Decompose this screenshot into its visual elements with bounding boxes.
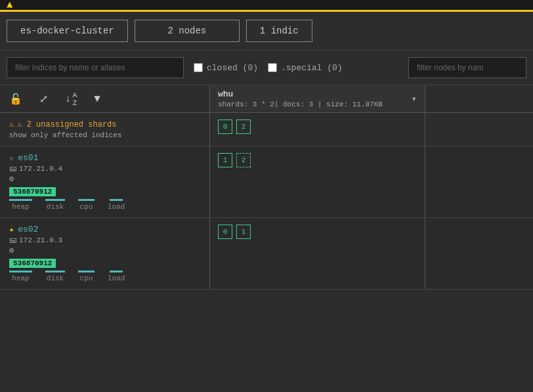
closed-checkbox[interactable] — [194, 63, 203, 72]
nodes-count: 2 nodes — [167, 26, 206, 36]
column-headers: 🔓 ⤢ ↓ AZ ▼ whu shards: 3 * 2| docs: 3 | … — [0, 85, 533, 113]
shard-0-es02: 0 — [218, 225, 232, 239]
node-name-es01: es01 — [18, 153, 38, 163]
unassigned-shards-area: 0 2 — [210, 113, 425, 146]
node-ip-es01: 🖴 172.21.0.4 — [9, 164, 200, 173]
node-ip-es02: 🖴 172.21.0.3 — [9, 236, 200, 244]
node-info-es01: ☆ es01 🖴 172.21.0.4 ⚙ 536870912 heap dis… — [0, 146, 210, 217]
right-area-es02 — [425, 218, 533, 289]
sort-az: AZ — [73, 91, 77, 107]
index-meta: shards: 3 * 2| docs: 3 | size: 11.87KB — [218, 100, 383, 108]
right-area-es01 — [425, 146, 533, 217]
metric-cpu-label-es02: cpu — [80, 274, 93, 282]
node-id-badge-es01: 536870912 — [9, 187, 56, 196]
node-name-es02: es02 — [18, 225, 38, 234]
plugin-icon-es02: ⚙ — [9, 246, 200, 255]
sort-arrow: ↓ — [65, 93, 72, 105]
cluster-name: es-docker-cluster — [20, 26, 114, 36]
special-checkbox[interactable] — [268, 63, 277, 72]
node-name-row-es02: ★ es02 — [9, 225, 200, 234]
metric-disk-es02: disk — [45, 271, 65, 282]
metric-heap-es01: heap — [9, 199, 32, 211]
header-row: es-docker-cluster 2 nodes 1 indic — [0, 12, 533, 51]
metric-disk-es01: disk — [45, 199, 65, 211]
filter-row: closed (0) .special (0) — [0, 51, 533, 85]
unassigned-info: ⚠ ⚠ 2 unassigned shards show only affect… — [0, 113, 210, 146]
ip-es01: 172.21.0.4 — [19, 165, 62, 173]
disk-icon-es02: 🖴 — [9, 236, 16, 244]
index-name: whu — [218, 89, 383, 99]
unassigned-warning: ⚠ ⚠ 2 unassigned shards — [9, 120, 200, 129]
node-metrics-es01: heap disk cpu load — [9, 199, 200, 211]
unassigned-shard-2: 2 — [236, 120, 251, 134]
metric-load-label-es01: load — [108, 203, 125, 211]
nodes-box: 2 nodes — [135, 20, 240, 42]
metric-load-es02: load — [108, 271, 125, 282]
warning-icon: ⚠ — [9, 120, 14, 129]
toolbar-area: 🔓 ⤢ ↓ AZ ▼ — [0, 85, 210, 112]
cluster-name-box: es-docker-cluster — [7, 20, 128, 42]
node-id-badge-es02: 536870912 — [9, 259, 56, 268]
shard-2-es01: 2 — [236, 153, 251, 167]
metric-cpu-es01: cpu — [78, 199, 95, 211]
metric-cpu-label-es01: cpu — [80, 203, 93, 211]
filter-indices-input[interactable] — [7, 57, 184, 78]
sort-icon[interactable]: ↓ AZ — [62, 90, 79, 108]
metric-disk-label-es02: disk — [47, 274, 64, 282]
top-bar: ▲ — [0, 0, 533, 12]
logo-icon: ▲ — [7, 0, 13, 11]
index-header: whu shards: 3 * 2| docs: 3 | size: 11.87… — [210, 85, 425, 112]
shards-area-es01: 1 2 — [210, 146, 425, 217]
metric-disk-label-es01: disk — [47, 203, 64, 211]
shard-1-es02: 1 — [236, 225, 251, 239]
disk-icon-es01: 🖴 — [9, 164, 16, 173]
unassigned-shards-row: ⚠ ⚠ 2 unassigned shards show only affect… — [0, 113, 533, 146]
indices-box: 1 indic — [246, 20, 312, 42]
metric-heap-es02: heap — [9, 271, 32, 282]
star-icon-es01[interactable]: ☆ — [9, 153, 14, 163]
metric-cpu-es02: cpu — [78, 271, 95, 282]
node-info-es02: ★ es02 🖴 172.21.0.3 ⚙ 536870912 heap dis… — [0, 218, 210, 289]
closed-label: closed (0) — [207, 63, 258, 73]
shards-area-es02: 0 1 — [210, 218, 425, 289]
main-content: 🔓 ⤢ ↓ AZ ▼ whu shards: 3 * 2| docs: 3 | … — [0, 85, 533, 290]
star-icon-es02[interactable]: ★ — [9, 225, 14, 234]
node-row-es01: ☆ es01 🖴 172.21.0.4 ⚙ 536870912 heap dis… — [0, 146, 533, 218]
indices-count: 1 indic — [260, 26, 299, 36]
metric-load-es01: load — [108, 199, 125, 211]
special-label: .special (0) — [281, 63, 343, 73]
lock-icon[interactable]: 🔓 — [7, 91, 25, 107]
special-checkbox-label[interactable]: .special (0) — [268, 63, 343, 73]
metric-load-label-es02: load — [108, 274, 125, 282]
unassigned-count-text: ⚠ 2 unassigned shards — [17, 120, 116, 129]
unassigned-shard-0: 0 — [218, 120, 232, 134]
filter-nodes-input[interactable] — [408, 57, 526, 78]
filter-dropdown-icon[interactable]: ▼ — [91, 92, 103, 106]
right-spacer — [425, 85, 533, 112]
metric-heap-label-es02: heap — [12, 274, 29, 282]
plugin-icon-es01: ⚙ — [9, 174, 200, 184]
show-affected-link[interactable]: show only affected indices — [9, 131, 200, 139]
node-row-es02: ★ es02 🖴 172.21.0.3 ⚙ 536870912 heap dis… — [0, 218, 533, 290]
metric-heap-label-es01: heap — [12, 203, 29, 211]
shard-1-es01: 1 — [218, 153, 232, 167]
closed-checkbox-label[interactable]: closed (0) — [194, 63, 258, 73]
unassigned-right — [425, 113, 533, 146]
expand-icon[interactable]: ⤢ — [37, 91, 51, 107]
node-name-row-es01: ☆ es01 — [9, 153, 200, 163]
node-metrics-es02: heap disk cpu load — [9, 271, 200, 282]
ip-es02: 172.21.0.3 — [19, 236, 62, 244]
index-chevron-icon[interactable]: ▾ — [412, 93, 417, 104]
